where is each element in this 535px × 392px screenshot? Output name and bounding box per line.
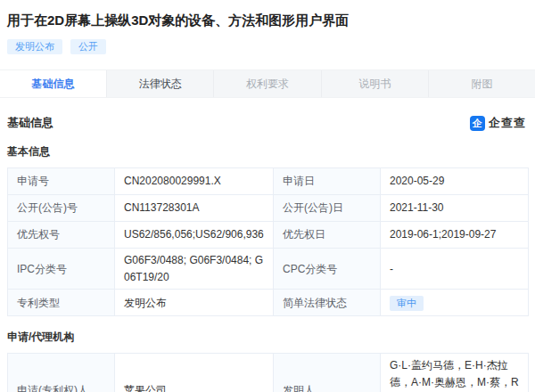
field-value: US62/856,056;US62/906,936 — [115, 222, 274, 249]
qcc-logo-icon: 企 — [470, 116, 485, 131]
field-label: 公开(公告)日 — [274, 195, 381, 222]
field-label: 优先权号 — [8, 222, 115, 249]
field-label: IPC分类号 — [8, 249, 115, 290]
field-label: 发明人 — [274, 354, 381, 392]
table-row: 优先权号 US62/856,056;US62/906,936 优先权日 2019… — [8, 222, 529, 249]
table-row: IPC分类号 G06F3/0488; G06F3/0484; G06T19/20… — [8, 249, 529, 290]
section-title: 基础信息 — [7, 115, 54, 131]
table-row: 申请(专利权)人 苹果公司 发明人 G·L·盖约马德，E·H·杰拉德，A·M·奥… — [8, 354, 529, 392]
page-title: 用于在2D屏幕上操纵3D对象的设备、方法和图形用户界面 — [7, 12, 526, 29]
field-label: 优先权日 — [274, 222, 381, 249]
page-header: 用于在2D屏幕上操纵3D对象的设备、方法和图形用户界面 发明公布 公开 — [0, 0, 535, 54]
field-value: 发明公布 — [115, 290, 274, 316]
table-row: 专利类型 发明公布 简单法律状态 审中 — [8, 290, 529, 316]
field-label: 专利类型 — [8, 290, 115, 316]
tab-bar: 基础信息 法律状态 权利要求 说明书 附图 — [0, 69, 535, 98]
field-label: 申请号 — [8, 168, 115, 195]
field-value: 苹果公司 — [115, 354, 274, 392]
field-value: G·L·盖约马德，E·H·杰拉德，A·M·奥赫恩，M·蔡，R-Y-J·斯托姆，A… — [381, 354, 529, 392]
qcc-brand: 企 企查查 — [470, 115, 526, 131]
tab-claims[interactable]: 权利要求 — [214, 70, 321, 97]
section-header: 基础信息 企 企查查 — [0, 98, 535, 131]
table-row: 公开(公告)号 CN113728301A 公开(公告)日 2021-11-30 — [8, 195, 529, 222]
patent-detail-page: 用于在2D屏幕上操纵3D对象的设备、方法和图形用户界面 发明公布 公开 基础信息… — [0, 0, 535, 392]
field-value: CN202080029991.X — [115, 168, 274, 195]
subsection-title-basic: 基本信息 — [0, 131, 535, 167]
tab-description[interactable]: 说明书 — [322, 70, 429, 97]
tab-figures[interactable]: 附图 — [429, 70, 535, 97]
field-value: - — [381, 249, 529, 290]
field-value: 2020-05-29 — [381, 168, 529, 195]
status-badge: 审中 — [390, 296, 424, 311]
patent-tag-list: 发明公布 公开 — [7, 39, 526, 54]
field-value: 2019-06-1;2019-09-27 — [381, 222, 529, 249]
field-label: 公开(公告)号 — [8, 195, 115, 222]
qcc-brand-name: 企查查 — [489, 115, 526, 131]
field-label: CPC分类号 — [274, 249, 381, 290]
basic-info-table: 申请号 CN202080029991.X 申请日 2020-05-29 公开(公… — [7, 167, 529, 316]
patent-status-tag: 公开 — [70, 39, 106, 54]
field-value: CN113728301A — [115, 195, 274, 222]
tab-legal-status[interactable]: 法律状态 — [107, 70, 214, 97]
table-row: 申请号 CN202080029991.X 申请日 2020-05-29 — [8, 168, 529, 195]
field-label: 申请(专利权)人 — [8, 354, 115, 392]
applicant-table: 申请(专利权)人 苹果公司 发明人 G·L·盖约马德，E·H·杰拉德，A·M·奥… — [7, 353, 529, 392]
field-label: 简单法律状态 — [274, 290, 381, 316]
subsection-title-applicant: 申请/代理机构 — [0, 316, 535, 353]
patent-type-tag: 发明公布 — [7, 39, 62, 54]
field-value: G06F3/0488; G06F3/0484; G06T19/20 — [115, 249, 274, 290]
field-value: 2021-11-30 — [381, 195, 529, 222]
field-label: 申请日 — [274, 168, 381, 195]
tab-basic-info[interactable]: 基础信息 — [0, 70, 107, 97]
field-value: 审中 — [381, 290, 529, 316]
